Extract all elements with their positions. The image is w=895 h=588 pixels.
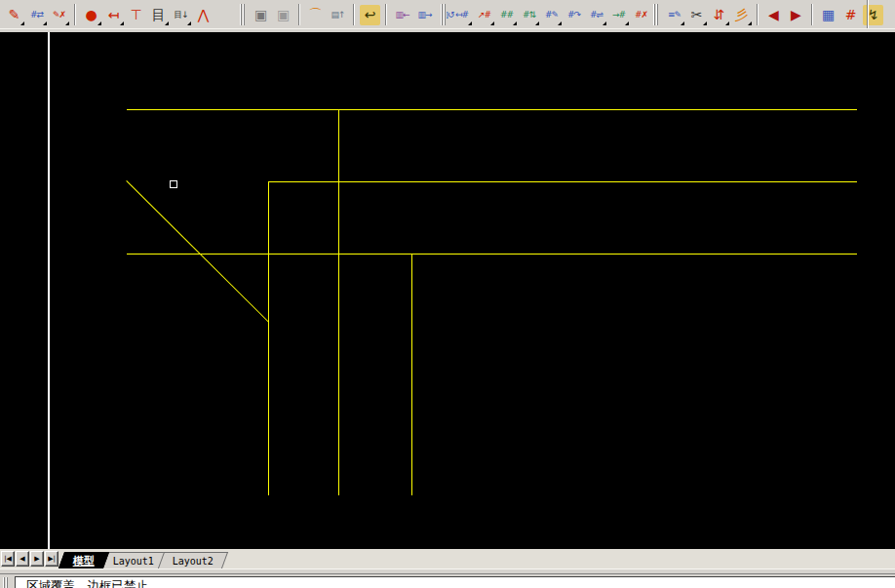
- dim-erase-icon-glyph: #✗: [635, 11, 647, 20]
- edit-pencil-icon[interactable]: ✎: [4, 5, 24, 25]
- dim-swap-icon[interactable]: #⇌: [586, 5, 606, 25]
- last-tab-button[interactable]: ▶|: [45, 551, 58, 567]
- table-icon[interactable]: ▦: [818, 5, 838, 25]
- next-icon[interactable]: ▶: [786, 5, 806, 25]
- diagonal-line: [126, 180, 269, 323]
- folder-back-icon[interactable]: ↩: [360, 5, 380, 25]
- flyout-indicator: [558, 21, 562, 25]
- db-import-icon[interactable]: ▥←: [392, 5, 412, 25]
- layout-tabs: 模型Layout1Layout2: [58, 549, 225, 568]
- toolbar-group-dimension: ↤#↗####⇅#✎#↷#⇌→##✗: [441, 2, 652, 27]
- dim-pair-icon[interactable]: ##: [496, 5, 517, 25]
- flyout-indicator: [748, 21, 752, 25]
- flyout-indicator: [97, 21, 101, 25]
- grid-snap-icon-glyph: #: [845, 8, 857, 21]
- grid-snap-icon[interactable]: #: [840, 5, 861, 25]
- dim-erase-icon[interactable]: #✗: [631, 5, 651, 25]
- dim-move-icon-glyph: #⇅: [523, 11, 535, 20]
- flip-arrows-icon[interactable]: ⇵: [709, 5, 729, 25]
- toolbar-group-tools: ≡✎✂⇵彡◀▶▦#↯: [653, 2, 884, 27]
- db-export-icon-glyph: ▥→: [417, 11, 431, 20]
- dim-pair-icon-glyph: ##: [500, 11, 513, 20]
- block-3d-alt-icon-glyph: ▣: [277, 8, 290, 21]
- erase-edit-icon[interactable]: ✎✗: [49, 5, 69, 25]
- toolbar-end-separator: [867, 0, 869, 28]
- fill-bucket-icon-glyph: ●: [85, 8, 97, 21]
- v-line-left: [268, 181, 269, 495]
- runner-icon-glyph: 彡: [735, 8, 749, 21]
- pin-icon[interactable]: ⊤: [126, 5, 146, 25]
- dim-move-icon[interactable]: #⇅: [519, 5, 539, 25]
- db-export-icon[interactable]: ▥→: [414, 5, 435, 25]
- flip-arrows-icon-glyph: ⇵: [714, 8, 725, 21]
- h-line-middle: [269, 181, 857, 182]
- renumber-icon-glyph: #⇄: [30, 11, 43, 20]
- flyout-indicator: [65, 21, 69, 25]
- tab-nav-buttons: |◀◀▶▶|: [0, 550, 58, 568]
- flyout-indicator: [725, 21, 729, 25]
- toolbar: ✎#⇄✎✗●↤⊤目目↓⋀ ▣▣⌒▤↑↩▥←▥→▥↺ ↤#↗####⇅#✎#↷#⇌…: [0, 0, 895, 29]
- next-icon-glyph: ▶: [791, 8, 801, 21]
- dim-line-icon-glyph: ↗#: [478, 11, 490, 20]
- next-tab-button[interactable]: ▶: [30, 551, 44, 567]
- open-drawing-icon[interactable]: ⌒: [305, 5, 326, 25]
- renumber-icon[interactable]: #⇄: [26, 5, 47, 25]
- scissors-icon-glyph: ✂: [691, 8, 703, 21]
- toolbar-grip[interactable]: [240, 4, 246, 25]
- ladder-insert-icon-glyph: 目↓: [174, 11, 188, 20]
- prev-tab-button[interactable]: ◀: [16, 551, 29, 567]
- toolbar-separator: [298, 4, 300, 25]
- toolbar-grip[interactable]: [441, 4, 447, 25]
- command-window-grip[interactable]: [3, 577, 10, 588]
- toolbar-separator: [385, 4, 387, 25]
- dim-line-icon[interactable]: ↗#: [474, 5, 494, 25]
- tab-layout2[interactable]: Layout2: [158, 552, 228, 568]
- ladder-insert-icon[interactable]: 目↓: [171, 5, 191, 25]
- list-edit-icon[interactable]: ≡✎: [664, 5, 684, 25]
- pliers-icon[interactable]: ⋀: [193, 5, 214, 25]
- dim-chain-icon[interactable]: →#: [608, 5, 629, 25]
- dim-rotate-icon-glyph: #↷: [567, 11, 580, 20]
- flyout-indicator: [625, 21, 629, 25]
- tab-model[interactable]: 模型: [58, 552, 109, 568]
- v-line-center: [338, 109, 339, 495]
- pin-icon-glyph: ⊤: [130, 8, 141, 21]
- first-tab-button[interactable]: |◀: [1, 551, 15, 567]
- dim-edit-icon[interactable]: #✎: [541, 5, 562, 25]
- ladder-icon-glyph: 目: [152, 8, 166, 21]
- dim-insert-icon[interactable]: ↤#: [451, 5, 472, 25]
- block-3d-icon[interactable]: ▣: [251, 5, 271, 25]
- paste-doc-icon[interactable]: ▤↑: [328, 5, 348, 25]
- block-3d-icon-glyph: ▣: [254, 8, 267, 21]
- command-line-area: 区域覆盖，边框已禁止: [0, 574, 895, 588]
- dim-rotate-icon[interactable]: #↷: [564, 5, 584, 25]
- drawing-canvas[interactable]: [0, 32, 895, 549]
- layout-tab-bar: |◀◀▶▶| 模型Layout1Layout2: [0, 549, 895, 568]
- command-line-panel[interactable]: 区域覆盖，边框已禁止: [15, 576, 895, 588]
- flyout-indicator: [703, 21, 707, 25]
- prev-icon-glyph: ◀: [768, 8, 779, 21]
- tab-model-label: 模型: [73, 554, 95, 568]
- tab-layout2-label: Layout2: [173, 556, 214, 567]
- break-line-icon-glyph: ↤: [108, 8, 120, 21]
- flyout-indicator: [535, 21, 539, 25]
- toolbar-group-file: ▣▣⌒▤↑↩▥←▥→▥↺: [240, 2, 458, 27]
- prev-icon[interactable]: ◀: [763, 5, 784, 25]
- runner-icon[interactable]: 彡: [731, 5, 752, 25]
- break-line-icon[interactable]: ↤: [103, 5, 124, 25]
- ladder-icon[interactable]: 目: [148, 5, 169, 25]
- folder-poly-icon-glyph: ↯: [868, 8, 879, 21]
- toolbar-separator: [353, 4, 355, 25]
- scissors-icon[interactable]: ✂: [686, 5, 707, 25]
- folder-back-icon-glyph: ↩: [365, 8, 376, 21]
- flyout-indicator: [603, 21, 606, 25]
- fill-bucket-icon[interactable]: ●: [81, 5, 101, 25]
- flyout-indicator: [513, 21, 517, 25]
- dim-chain-icon-glyph: →#: [612, 11, 625, 20]
- list-edit-icon-glyph: ≡✎: [668, 11, 681, 20]
- pliers-icon-glyph: ⋀: [198, 8, 209, 21]
- toolbar-grip[interactable]: [653, 4, 659, 25]
- flyout-indicator: [43, 21, 47, 25]
- table-icon-glyph: ▦: [822, 8, 835, 21]
- block-3d-alt-icon[interactable]: ▣: [273, 5, 293, 25]
